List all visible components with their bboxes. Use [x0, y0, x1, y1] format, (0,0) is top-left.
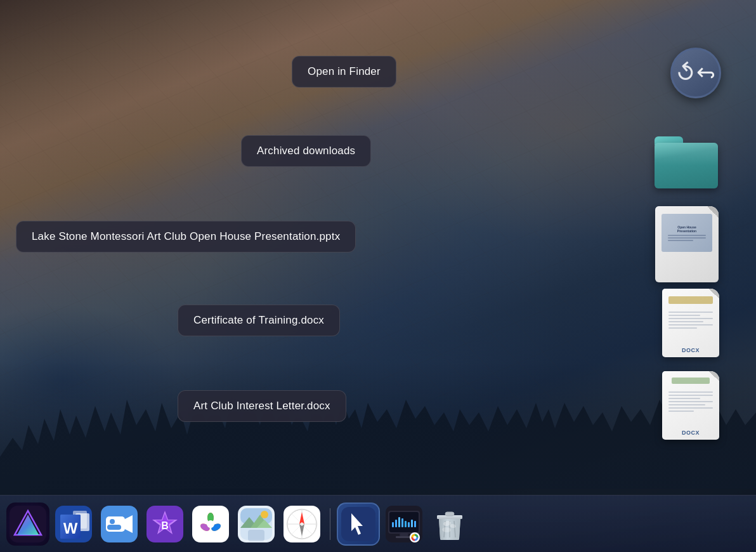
docx1-label: Certificate of Training.docx: [193, 314, 324, 326]
svg-point-12: [110, 519, 115, 524]
media-manager-icon: [386, 506, 422, 542]
image-capture-icon: [238, 506, 275, 542]
docx1-pill[interactable]: Certificate of Training.docx: [178, 305, 340, 336]
docx1-icon-body: DOCX: [662, 289, 719, 357]
pptx-slide-lines: [668, 235, 706, 241]
dock-item-affinity-photo[interactable]: [6, 503, 49, 546]
archived-downloads-pill[interactable]: Archived downloads: [241, 135, 371, 167]
svg-rect-53: [405, 521, 407, 527]
svg-rect-51: [398, 517, 400, 527]
bbedit-icon: B: [147, 506, 183, 542]
cursor-app-icon: [341, 507, 375, 541]
docx2-icon-body: DOCX: [662, 371, 719, 440]
docx2-pill[interactable]: Art Club Interest Letter.docx: [178, 390, 346, 422]
open-in-finder-pill[interactable]: Open in Finder: [292, 56, 396, 88]
photos-icon: [192, 506, 229, 542]
svg-rect-13: [107, 525, 121, 530]
open-in-finder-icon[interactable]: ↺: [670, 48, 721, 98]
docx2-badge: DOCX: [682, 430, 700, 436]
arrow-icon: ↺: [670, 56, 703, 90]
safari-icon: [284, 506, 320, 542]
svg-rect-67: [445, 512, 454, 516]
dock-item-safari[interactable]: [280, 503, 323, 546]
dock-separator: [330, 508, 330, 540]
svg-text:W: W: [63, 520, 78, 537]
docx1-file-icon[interactable]: DOCX: [662, 289, 719, 357]
dock-item-bbedit[interactable]: B: [143, 503, 186, 546]
pptx-slide-preview: Open HousePresentation: [662, 214, 712, 252]
svg-rect-49: [392, 522, 394, 527]
affinity-photo-icon: [10, 506, 46, 542]
zoom-icon: [101, 506, 138, 542]
svg-point-33: [261, 511, 268, 518]
dock-item-media-manager[interactable]: [382, 503, 426, 546]
docx2-label: Art Club Interest Letter.docx: [193, 400, 330, 412]
svg-rect-54: [408, 522, 410, 527]
dock-item-cursor-app[interactable]: [337, 503, 380, 546]
desktop-area: Open in Finder ↺ Archived downloads Lake…: [0, 0, 756, 495]
archived-downloads-label: Archived downloads: [257, 145, 355, 157]
dock-item-image-capture[interactable]: [235, 503, 278, 546]
docx1-stamp: [668, 296, 713, 304]
open-in-finder-label: Open in Finder: [308, 65, 381, 77]
pptx-pill[interactable]: Lake Stone Montessori Art Club Open Hous…: [16, 221, 356, 253]
pptx-icon-body: Open HousePresentation: [655, 206, 719, 282]
svg-rect-55: [411, 520, 413, 527]
dock-item-photos[interactable]: [189, 503, 232, 546]
svg-point-61: [414, 536, 417, 539]
pptx-label: Lake Stone Montessori Art Club Open Hous…: [32, 230, 340, 242]
svg-rect-56: [414, 521, 416, 527]
svg-text:B: B: [161, 520, 169, 531]
trash-icon: [431, 506, 468, 542]
svg-rect-57: [400, 534, 408, 536]
docx2-content-lines: [668, 391, 713, 412]
docx1-badge: DOCX: [682, 347, 700, 353]
pptx-slide-title: Open HousePresentation: [677, 225, 696, 233]
dock-item-microsoft-word[interactable]: W: [52, 503, 95, 546]
folder-icon[interactable]: [655, 136, 718, 188]
dock-item-trash[interactable]: [428, 503, 471, 546]
dock-item-zoom[interactable]: [98, 503, 141, 546]
svg-rect-50: [395, 520, 397, 527]
docx1-content-lines: [668, 312, 713, 329]
pptx-file-icon[interactable]: Open HousePresentation: [655, 206, 722, 282]
microsoft-word-icon: W: [55, 506, 92, 542]
docx2-seal: [672, 378, 710, 384]
svg-point-25: [207, 520, 214, 528]
docx2-file-icon[interactable]: DOCX: [662, 371, 719, 440]
dock-items: W B: [6, 496, 750, 552]
svg-rect-52: [401, 518, 403, 527]
folder-body: [655, 143, 718, 188]
svg-rect-34: [248, 530, 264, 541]
dock: W B: [0, 495, 756, 552]
